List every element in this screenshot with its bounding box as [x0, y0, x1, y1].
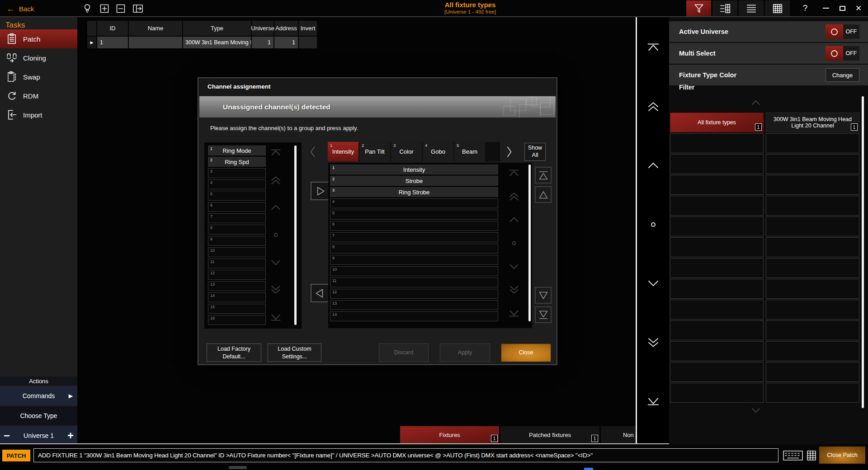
filter-cell[interactable] [670, 154, 764, 174]
filter-cell[interactable] [766, 237, 859, 257]
scroll-to-top-icon[interactable] [644, 41, 662, 54]
channel-list-item[interactable]: 11 [330, 277, 498, 287]
move-up-button[interactable] [535, 186, 552, 203]
sidebar-item-swap[interactable]: Swap [0, 67, 77, 86]
filter-cell[interactable]: 300W 3in1 Beam Moving Head Light 20 Chan… [766, 113, 859, 132]
table-row[interactable]: ▶ 1 300W 3in1 Beam Moving Hea 1 1 [87, 37, 317, 48]
channel-list-item[interactable]: 7 [330, 232, 498, 242]
channel-list-item[interactable]: 8 [330, 244, 498, 254]
filter-cell[interactable] [670, 133, 764, 153]
close-button[interactable]: ✕ [852, 1, 865, 15]
scroll-page-down-icon[interactable] [268, 284, 283, 296]
filter-cell[interactable] [766, 279, 859, 299]
scroll-down-icon[interactable] [644, 277, 662, 290]
numpad-icon[interactable] [807, 451, 816, 461]
channel-list-item[interactable]: 2 Ring Spd [208, 157, 266, 167]
tabs-scroll-left-button[interactable] [307, 144, 319, 160]
show-all-button[interactable]: Show All [524, 143, 546, 161]
grid-view-button[interactable] [765, 0, 790, 16]
apply-button[interactable]: Apply [440, 343, 490, 362]
move-to-bottom-button[interactable] [535, 306, 552, 323]
channel-list-item[interactable]: 11 [208, 258, 266, 268]
filter-cell[interactable] [766, 196, 859, 216]
filter-cell[interactable] [670, 237, 764, 257]
column-header-invert[interactable]: Invert [299, 21, 317, 36]
channel-list-item[interactable]: 15 [208, 304, 266, 314]
commands-button[interactable]: Commands ▶ [0, 386, 77, 405]
move-down-button[interactable] [535, 287, 552, 304]
cell-address[interactable]: 1 [274, 37, 298, 48]
scroll-to-bottom-icon[interactable] [644, 395, 662, 408]
filter-cell[interactable] [670, 383, 764, 403]
cell-id[interactable]: 1 [97, 37, 128, 48]
cell-universe[interactable]: 1 [252, 37, 274, 48]
channel-list-item[interactable]: 7 [208, 213, 266, 223]
channel-list-item[interactable]: 6 [208, 202, 266, 212]
scroll-up-icon[interactable] [268, 202, 283, 213]
cell-invert[interactable] [299, 37, 317, 48]
scroll-up-icon[interactable] [506, 214, 522, 226]
channel-list-item[interactable]: 9 [208, 236, 266, 246]
channel-list-item[interactable]: 8 [208, 225, 266, 235]
sidebar-item-import[interactable]: Import [0, 105, 77, 124]
scroll-page-down-icon[interactable] [644, 336, 662, 349]
choose-type-button[interactable]: Choose Type [0, 406, 77, 425]
channel-list-item[interactable]: 10 [208, 247, 266, 257]
minimize-button[interactable] [819, 1, 833, 15]
filter-cell[interactable] [766, 320, 859, 340]
column-header-address[interactable]: Address [274, 21, 298, 36]
filter-cell[interactable] [766, 300, 859, 320]
keyboard-icon[interactable] [783, 451, 803, 461]
group-tab[interactable]: 1 Intensity [328, 142, 359, 161]
scroll-page-up-icon[interactable] [268, 174, 283, 186]
sheet-view-button[interactable] [712, 0, 737, 16]
close-dialog-button[interactable]: Close [501, 343, 551, 362]
filter-cell[interactable] [766, 341, 859, 361]
scroll-drag-icon[interactable] [268, 229, 283, 241]
move-window-button[interactable] [131, 2, 145, 15]
scroll-up-icon[interactable] [644, 159, 662, 172]
channel-list-item[interactable]: 2 Strobe [330, 176, 498, 186]
channel-list-item[interactable]: 12 [330, 289, 498, 299]
help-button[interactable]: ? [798, 1, 812, 15]
change-color-button[interactable]: Change [826, 68, 859, 82]
column-header-universe[interactable]: Universe [252, 21, 274, 36]
scroll-page-down-icon[interactable] [506, 284, 522, 296]
scroll-to-top-icon[interactable] [268, 147, 283, 159]
filter-scroll-down-icon[interactable] [742, 405, 769, 416]
taskbar-handle[interactable] [229, 466, 247, 469]
maximize-button[interactable] [835, 1, 849, 15]
active-universe-toggle[interactable]: OFF [826, 24, 859, 39]
filter-cell[interactable] [766, 133, 859, 153]
right-list-scrollbar[interactable] [528, 164, 531, 321]
scroll-to-top-icon[interactable] [506, 167, 522, 179]
multi-select-toggle[interactable]: OFF [826, 46, 859, 61]
sidebar-item-rdm[interactable]: RDM [0, 86, 77, 105]
channel-list-item[interactable]: 1 Ring Mode [208, 146, 266, 155]
filter-scroll-up-icon[interactable] [742, 97, 769, 108]
add-view-button[interactable] [98, 2, 111, 15]
channel-list-item[interactable]: 14 [330, 311, 498, 321]
filter-cell[interactable] [766, 216, 859, 236]
cell-type[interactable]: 300W 3in1 Beam Moving Hea [183, 37, 251, 48]
column-header-id[interactable]: ID [97, 21, 128, 36]
filter-grid-scrollbar[interactable] [862, 96, 864, 408]
channel-list-item[interactable]: 3 Ring Strobe [330, 187, 498, 197]
load-factory-default-button[interactable]: Load Factory Default... [207, 343, 261, 362]
close-patch-button[interactable]: Close Patch [819, 446, 865, 464]
channel-list-item[interactable]: 4 [208, 179, 266, 189]
group-tab[interactable]: 3 Color [391, 142, 422, 161]
channel-list-item[interactable]: 16 [208, 315, 266, 325]
cell-name[interactable] [129, 37, 182, 48]
channel-list-item[interactable]: 14 [208, 292, 266, 302]
channel-list-item[interactable]: 5 [208, 191, 266, 201]
column-header-type[interactable]: Type [183, 21, 251, 36]
channel-list-item[interactable]: 6 [330, 221, 498, 231]
back-button[interactable]: ← Back [6, 3, 34, 14]
group-tab[interactable]: 2 Pan Tilt [359, 142, 390, 161]
universe-decrement-button[interactable]: − [4, 430, 10, 441]
left-list-scrollbar[interactable] [294, 146, 297, 325]
filter-cell[interactable] [670, 216, 764, 236]
command-prefix-button[interactable]: PATCH [2, 450, 30, 461]
scroll-to-bottom-icon[interactable] [506, 307, 522, 319]
